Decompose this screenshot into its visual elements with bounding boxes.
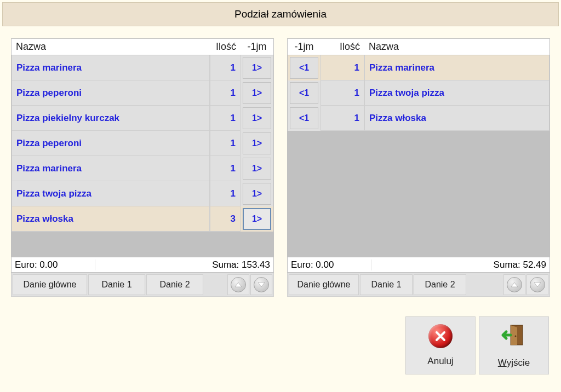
right-header: -1jm Ilość Nazwa	[288, 39, 549, 55]
move-cell: 1>	[241, 206, 273, 232]
left-header: Nazwa Ilość -1jm	[12, 39, 273, 55]
scroll-down-right[interactable]	[526, 274, 548, 295]
tab-d1-left[interactable]: Danie 1	[88, 274, 145, 295]
item-name: Pizza włoska	[12, 206, 210, 232]
table-row[interactable]: Pizza peperoni11>	[12, 80, 273, 106]
left-panel: Nazwa Ilość -1jm Pizza marinera11>Pizza …	[11, 38, 274, 297]
table-row[interactable]: <11Pizza włoska	[288, 106, 549, 131]
move-cell: 1>	[241, 80, 273, 106]
move-cell: 1>	[241, 55, 273, 80]
right-panel: -1jm Ilość Nazwa <11Pizza marinera<11Piz…	[287, 38, 550, 297]
page-title: Podział zamówienia	[2, 2, 559, 26]
chevron-up-icon	[231, 277, 246, 292]
item-name: Pizza marinera	[364, 55, 549, 80]
move-cell: 1>	[241, 131, 273, 156]
move-right-button[interactable]: 1>	[243, 158, 271, 180]
item-name: Pizza piekielny kurczak	[12, 106, 210, 131]
item-qty: 3	[210, 206, 241, 232]
chevron-up-icon	[507, 277, 522, 292]
chevron-down-icon	[254, 277, 269, 292]
cancel-label: Anuluj	[427, 356, 453, 367]
left-euro: Euro: 0.00	[12, 260, 95, 270]
table-row[interactable]: Pizza marinera11>	[12, 55, 273, 80]
item-qty: 1	[210, 181, 241, 206]
move-cell: 1>	[241, 156, 273, 181]
tab-main-left[interactable]: Danie główne	[13, 274, 87, 295]
left-summary: Euro: 0.00 Suma: 153.43	[11, 257, 274, 273]
right-summary: Euro: 0.00 Suma: 52.49	[287, 257, 550, 273]
svg-marker-0	[235, 283, 242, 287]
table-row[interactable]: <11Pizza twoja pizza	[288, 80, 549, 106]
right-euro: Euro: 0.00	[288, 260, 371, 270]
cancel-button[interactable]: Anuluj	[405, 316, 476, 374]
col-name: Nazwa	[12, 39, 210, 55]
item-name: Pizza marinera	[12, 156, 210, 181]
left-body: Pizza marinera11>Pizza peperoni11>Pizza …	[12, 55, 273, 257]
table-row[interactable]: Pizza twoja pizza11>	[12, 181, 273, 206]
svg-marker-3	[534, 283, 541, 287]
move-cell: <1	[288, 80, 320, 106]
scroll-up-right[interactable]	[503, 274, 525, 295]
tab-d2-right[interactable]: Danie 2	[414, 274, 466, 295]
left-tabs: Danie główne Danie 1 Danie 2	[11, 273, 274, 297]
item-qty: 1	[210, 80, 241, 106]
move-cell: <1	[288, 106, 320, 131]
table-row[interactable]: Pizza włoska31>	[12, 206, 273, 232]
col-name-r: Nazwa	[364, 39, 549, 55]
item-qty: 1	[320, 106, 364, 131]
item-name: Pizza marinera	[12, 55, 210, 80]
svg-marker-2	[511, 283, 518, 287]
table-row[interactable]: Pizza piekielny kurczak11>	[12, 106, 273, 131]
chevron-down-icon	[530, 277, 545, 292]
svg-point-6	[515, 335, 517, 337]
move-left-button[interactable]: <1	[290, 57, 318, 79]
col-move-r: -1jm	[288, 39, 320, 55]
right-grid: -1jm Ilość Nazwa <11Pizza marinera<11Piz…	[287, 38, 550, 257]
table-row[interactable]: Pizza marinera11>	[12, 156, 273, 181]
svg-marker-1	[258, 283, 265, 287]
move-right-button[interactable]: 1>	[243, 132, 271, 154]
item-qty: 1	[320, 55, 364, 80]
exit-icon	[501, 323, 527, 350]
move-right-button[interactable]: 1>	[243, 107, 271, 129]
table-row[interactable]: <11Pizza marinera	[288, 55, 549, 80]
right-body: <11Pizza marinera<11Pizza twoja pizza<11…	[288, 55, 549, 257]
move-cell: 1>	[241, 106, 273, 131]
scroll-down-left[interactable]	[250, 274, 272, 295]
item-name: Pizza peperoni	[12, 80, 210, 106]
move-cell: 1>	[241, 181, 273, 206]
right-sum: Suma: 52.49	[439, 260, 549, 270]
left-sum: Suma: 153.43	[163, 260, 273, 270]
col-move: -1jm	[241, 39, 273, 55]
move-right-button[interactable]: 1>	[243, 57, 271, 79]
bottom-buttons: Anuluj Wyjście	[405, 316, 549, 374]
col-qty: Ilość	[210, 39, 241, 55]
item-qty: 1	[210, 156, 241, 181]
exit-button[interactable]: Wyjście	[479, 316, 549, 374]
move-right-button[interactable]: 1>	[243, 183, 271, 205]
col-qty-r: Ilość	[320, 39, 364, 55]
item-name: Pizza peperoni	[12, 131, 210, 156]
item-name: Pizza twoja pizza	[364, 80, 549, 106]
exit-label: Wyjście	[498, 358, 530, 368]
move-right-button[interactable]: 1>	[243, 208, 271, 230]
item-qty: 1	[210, 55, 241, 80]
item-qty: 1	[210, 106, 241, 131]
tab-d2-left[interactable]: Danie 2	[146, 274, 203, 295]
left-grid: Nazwa Ilość -1jm Pizza marinera11>Pizza …	[11, 38, 274, 257]
move-left-button[interactable]: <1	[290, 107, 318, 129]
item-name: Pizza twoja pizza	[12, 181, 210, 206]
item-name: Pizza włoska	[364, 106, 549, 131]
scroll-up-left[interactable]	[227, 274, 249, 295]
item-qty: 1	[320, 80, 364, 106]
tab-d1-right[interactable]: Danie 1	[360, 274, 413, 295]
title-text: Podział zamówienia	[234, 8, 327, 20]
cancel-icon	[428, 324, 453, 348]
table-row[interactable]: Pizza peperoni11>	[12, 131, 273, 156]
move-left-button[interactable]: <1	[290, 82, 318, 104]
move-right-button[interactable]: 1>	[243, 82, 271, 104]
move-cell: <1	[288, 55, 320, 80]
right-tabs: Danie główne Danie 1 Danie 2	[287, 273, 550, 297]
tab-main-right[interactable]: Danie główne	[289, 274, 359, 295]
item-qty: 1	[210, 131, 241, 156]
